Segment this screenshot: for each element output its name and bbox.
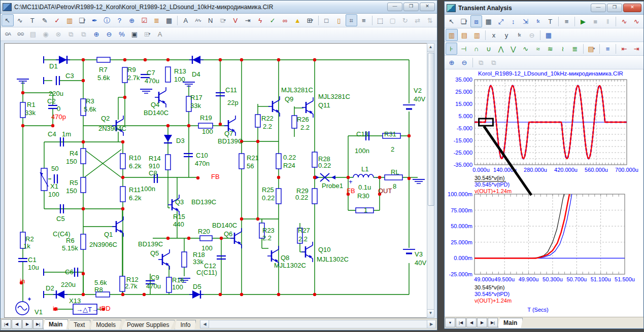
warning-markers-button[interactable]: ▲: [292, 14, 304, 26]
transient-titlebar[interactable]: Transient Analysis — ❐ ✕: [445, 2, 643, 15]
select-tool-button[interactable]: ↖: [2, 14, 14, 26]
maximize-button[interactable]: ❐: [607, 4, 622, 12]
stacked-panes-button[interactable]: ▤: [458, 29, 470, 41]
numeric-output-button[interactable]: ≡: [602, 43, 614, 55]
tab-models[interactable]: Models: [90, 320, 121, 329]
last-page-button[interactable]: ▶|: [33, 319, 43, 329]
go-to-high-button[interactable]: ⋀: [495, 43, 506, 55]
shapes-menu-button[interactable]: ❏▾: [76, 14, 88, 26]
page-list-button[interactable]: ▾: [445, 318, 455, 327]
file-list-button[interactable]: ≣: [151, 14, 163, 26]
go-to-inflection-button[interactable]: ≈: [532, 43, 544, 55]
page-edit-button[interactable]: ▦: [163, 14, 176, 26]
go-to-x-button[interactable]: ≋: [545, 43, 556, 55]
thumbnails-dropdown-icon[interactable]: ▾: [149, 32, 151, 36]
first-page-button[interactable]: |◀: [456, 318, 466, 327]
schematic-titlebar[interactable]: C:\MC11\DATA\Petrov\R1989-12_Korol\Korol…: [1, 1, 437, 14]
pin-connections-button[interactable]: ∞: [279, 14, 291, 26]
tab-info[interactable]: Info: [175, 320, 196, 329]
last-page-button[interactable]: ▶|: [488, 318, 498, 327]
schematic-horizontal-scrollbar[interactable]: ◀ ▶: [200, 320, 436, 328]
tab-text[interactable]: Text: [68, 320, 90, 329]
wire-mode-button[interactable]: ∿: [14, 14, 26, 26]
shapes-menu-dropdown-icon[interactable]: ▾: [465, 19, 467, 23]
next-page-button[interactable]: ▶: [22, 319, 32, 329]
scroll-right-icon[interactable]: ▶: [427, 320, 435, 328]
go-to-peak-button[interactable]: ∩: [470, 43, 482, 55]
node-currents-button[interactable]: N: [205, 14, 217, 26]
scroll-up-icon[interactable]: ▲: [427, 44, 434, 52]
condition-pins-button[interactable]: ✓: [267, 14, 279, 26]
new-page-button[interactable]: □: [321, 14, 333, 26]
select-region-button[interactable]: ⬚: [375, 14, 387, 26]
info-mode-button[interactable]: ⓘ: [101, 14, 113, 26]
shapes-menu-dropdown-icon[interactable]: ▾: [84, 18, 86, 22]
scroll-down-icon[interactable]: ▼: [427, 309, 434, 317]
grid-toggle-button[interactable]: ⊞▾: [304, 14, 316, 26]
pan-graph-button[interactable]: ▦: [483, 15, 494, 27]
model-check-button[interactable]: ☑: [139, 14, 151, 26]
prev-page-button[interactable]: ◀: [12, 319, 22, 329]
font-button[interactable]: A: [154, 28, 166, 40]
rubberband-mode-button[interactable]: ⌗: [346, 14, 358, 26]
fx-scale-button[interactable]: fx: [532, 15, 544, 27]
copy-measure-dropdown-icon[interactable]: ▾: [224, 18, 226, 22]
fx-axis-settings-button[interactable]: fx: [513, 29, 525, 41]
align-cursor-left-button[interactable]: ⇤: [618, 43, 630, 55]
select-tool-button[interactable]: ↖: [446, 15, 457, 27]
zoom-in-button[interactable]: ⊕: [446, 56, 458, 68]
tab-main[interactable]: Main: [498, 318, 523, 328]
scroll-left-icon[interactable]: ◀: [200, 320, 209, 328]
zoom-rect-mode-button[interactable]: ⧈: [470, 15, 482, 27]
graphics-mode-button[interactable]: ✎: [39, 14, 51, 26]
small-page-button[interactable]: ▯: [333, 14, 345, 26]
help-mode-button[interactable]: ?: [114, 14, 126, 26]
cursor-mode-button[interactable]: ⊦: [446, 43, 457, 55]
clipboard-button[interactable]: ▤▾: [586, 43, 597, 55]
x-axis-settings-button[interactable]: x: [488, 29, 500, 41]
schematic-vertical-scrollbar[interactable]: ▲ ▼: [427, 43, 434, 318]
grid-toggle-dropdown-icon[interactable]: ▾: [311, 18, 313, 22]
waveform-plot-area[interactable]: Korol_R1989-12_LDsound_10kHz-микродинами…: [445, 69, 643, 317]
node-voltages-button[interactable]: A∿: [192, 14, 205, 26]
shapes-menu-button[interactable]: ❏▾: [458, 15, 469, 27]
vertical-scroll-thumb[interactable]: [428, 53, 434, 206]
zoom-in-button[interactable]: ⊕: [90, 28, 103, 40]
current-pins-button[interactable]: ⇥: [242, 14, 254, 26]
overlay-panes-button[interactable]: ▥: [471, 29, 483, 41]
close-button[interactable]: ✕: [623, 4, 641, 12]
one-plot-pane-button[interactable]: ▥: [446, 29, 458, 41]
text-mode-button[interactable]: T: [26, 14, 39, 26]
scale-both-button[interactable]: ⤢: [495, 15, 506, 27]
next-page-button[interactable]: ▶: [477, 318, 487, 327]
go-to-slope-button[interactable]: ∿: [520, 43, 531, 55]
flag-mode-button[interactable]: ✒: [89, 14, 101, 26]
go-to-valley-button[interactable]: ∪: [483, 43, 494, 55]
close-button[interactable]: ✕: [420, 3, 435, 11]
first-page-button[interactable]: |◀: [1, 319, 11, 329]
tab-power-supplies[interactable]: Power Supplies: [121, 320, 175, 329]
power-pins-button[interactable]: ϟ: [254, 14, 266, 26]
align-cursor-right-button[interactable]: ⇥: [631, 43, 642, 55]
minimize-button[interactable]: —: [387, 3, 402, 11]
node-numbers-button[interactable]: A: [180, 14, 192, 26]
go-to-y-button[interactable]: ≀: [557, 43, 568, 55]
find-button[interactable]: ⊙⊙: [14, 28, 26, 40]
optimize-button[interactable]: ∿: [631, 15, 642, 27]
zoom-out-button[interactable]: ⊖: [458, 56, 470, 68]
find-part-button[interactable]: ⊙A: [2, 28, 14, 40]
tab-main[interactable]: Main: [43, 319, 68, 329]
draw-check-mode-button[interactable]: ✓: [51, 14, 63, 26]
envelope-button[interactable]: ≣: [569, 43, 581, 55]
cursor-track-button[interactable]: ⊣: [458, 43, 469, 55]
minimize-button[interactable]: —: [591, 4, 606, 12]
y-axis-settings-button[interactable]: y: [500, 29, 513, 41]
zoom-out-button[interactable]: ⊖: [103, 28, 115, 40]
text-mode-button[interactable]: T: [545, 15, 556, 27]
prev-page-button[interactable]: ◀: [466, 318, 477, 327]
voltage-probe-button[interactable]: V: [229, 14, 242, 26]
run-button[interactable]: ▶: [577, 15, 589, 27]
restore-button[interactable]: ❐: [403, 3, 419, 11]
browse-web-button[interactable]: ⊕: [126, 14, 138, 26]
go-to-low-button[interactable]: ⋁: [507, 43, 519, 55]
